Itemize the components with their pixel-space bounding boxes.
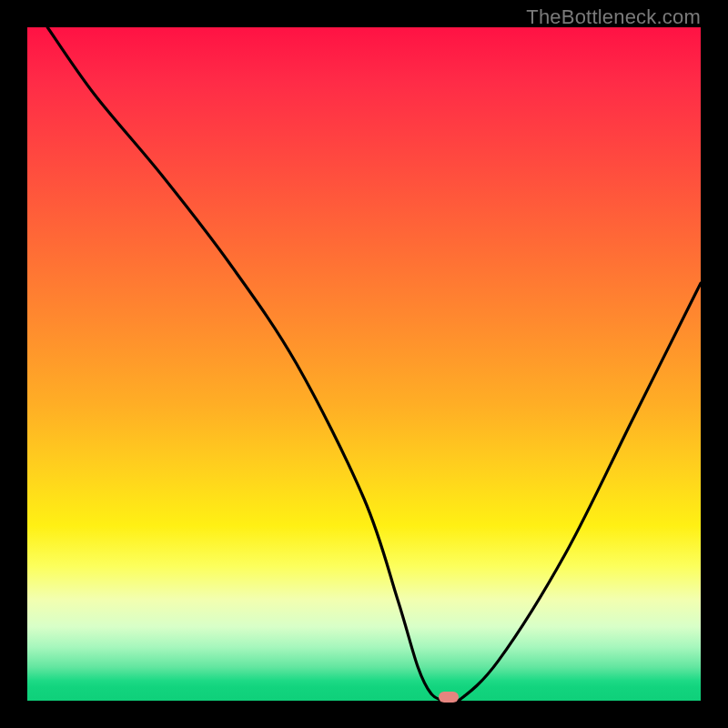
bottleneck-curve	[27, 27, 701, 701]
chart-frame: TheBottleneck.com	[0, 0, 728, 728]
optimal-marker	[439, 692, 459, 703]
plot-area	[27, 27, 701, 701]
watermark-text: TheBottleneck.com	[526, 5, 701, 29]
